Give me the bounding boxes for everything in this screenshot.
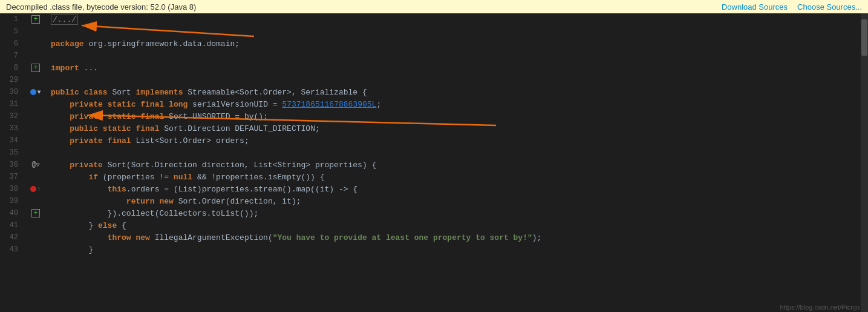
token: ...: [79, 64, 98, 73]
down-arrow-icon: ▽: [36, 161, 40, 168]
token: [51, 136, 70, 145]
token: private: [70, 136, 103, 145]
scrollbar[interactable]: [861, 13, 868, 312]
code-line: public class Sort implements Streamable<…: [51, 86, 861, 98]
token: IllegalArgumentException(: [150, 233, 273, 242]
code-line: return new Sort.Order(direction, it);: [51, 195, 861, 207]
token: import: [51, 64, 79, 73]
code-line: if (properties != null && !properties.is…: [51, 171, 861, 183]
token: serialVersionUID =: [188, 100, 282, 109]
token: new: [135, 233, 149, 242]
token: }: [51, 245, 93, 254]
line-number: 41: [0, 221, 23, 230]
token: && !properties.isEmpty()) {: [192, 173, 324, 182]
token: Sort.Direction DEFAULT_DIRECTION;: [159, 124, 319, 133]
execution-dot-icon: ▼: [30, 89, 41, 96]
code-line: public static final Sort.Direction DEFAU…: [51, 122, 861, 134]
token: [98, 124, 103, 133]
token: static: [108, 112, 136, 121]
gutter-row: 36@▽: [0, 159, 48, 171]
line-number: 32: [0, 112, 23, 121]
code-line: package org.springframework.data.domain;: [51, 38, 861, 50]
code-line: }: [51, 244, 861, 256]
token[interactable]: 5737186511678863905L: [282, 100, 376, 109]
code-line: private Sort(Sort.Direction direction, L…: [51, 159, 861, 171]
token: Streamable<Sort.Order>, Serializable {: [183, 88, 367, 97]
token: else: [98, 221, 117, 230]
gutter-row: 42: [0, 231, 48, 244]
token: final: [108, 136, 131, 145]
token: [79, 88, 84, 97]
gutter-row: 1+: [0, 13, 48, 25]
token: [135, 100, 140, 109]
token: [51, 161, 70, 170]
line-number: 40: [0, 209, 23, 217]
gutter: 1+5678+2930▼313233343536@▽3738↑3940+4142…: [0, 13, 48, 312]
fold-icon[interactable]: +: [31, 64, 39, 72]
token: static: [108, 100, 136, 109]
code-line: [51, 25, 861, 38]
line-number: 6: [0, 39, 23, 48]
gutter-icons: ▼: [23, 89, 48, 96]
token: Sort.Order(direction, it);: [174, 197, 301, 206]
code-container: 1+5678+2930▼313233343536@▽3738↑3940+4142…: [0, 13, 868, 312]
code-line: }).collect(Collectors.toList());: [51, 207, 861, 219]
gutter-row: 29: [0, 74, 48, 86]
fold-icon[interactable]: +: [31, 209, 39, 217]
gutter-row: 7: [0, 50, 48, 62]
token: );: [532, 233, 542, 242]
gutter-row: 43: [0, 244, 48, 256]
token: final: [135, 124, 159, 133]
gutter-row: 6: [0, 38, 48, 50]
gutter-row: 35: [0, 147, 48, 159]
line-number: 35: [0, 148, 23, 157]
token: }: [51, 221, 98, 230]
gutter-row: 32: [0, 110, 48, 122]
code-line: import ...: [51, 62, 861, 74]
code-line: private static final Sort UNSORTED = by(…: [51, 110, 861, 122]
code-line: private final List<Sort.Order> orders;: [51, 134, 861, 147]
line-number: 31: [0, 100, 23, 108]
token: private: [70, 161, 103, 170]
code-line: throw new IllegalArgumentException("You …: [51, 231, 861, 244]
fold-icon[interactable]: +: [31, 15, 39, 24]
choose-sources-link[interactable]: Choose Sources...: [797, 2, 862, 12]
gutter-row: 39: [0, 195, 48, 207]
token: if: [88, 173, 98, 182]
gutter-row: 37: [0, 171, 48, 183]
gutter-row: 40+: [0, 207, 48, 219]
code-line: } else {: [51, 219, 861, 231]
gutter-row: 41: [0, 219, 48, 231]
token: [51, 124, 70, 133]
gutter-row: 33: [0, 122, 48, 134]
token: [51, 185, 108, 194]
line-number: 30: [0, 88, 23, 96]
download-sources-link[interactable]: Download Sources: [722, 2, 788, 12]
token: static: [103, 124, 131, 133]
error-icon: ↑: [30, 186, 41, 193]
token: ;: [376, 100, 381, 109]
token: [131, 124, 136, 133]
token: Sort UNSORTED = by();: [164, 112, 268, 121]
gutter-row: 34: [0, 134, 48, 147]
token: {: [117, 221, 126, 230]
token: [135, 112, 140, 121]
gutter-row: 38↑: [0, 183, 48, 195]
code-lines: /.../ package org.springframework.data.d…: [48, 13, 861, 312]
token: [51, 100, 70, 109]
token: /.../: [51, 15, 78, 25]
token: final: [140, 112, 164, 121]
token: public: [51, 88, 79, 97]
scrollbar-thumb[interactable]: [861, 19, 867, 56]
token: private: [70, 100, 103, 109]
gutter-row: 8+: [0, 62, 48, 74]
token: implements: [135, 88, 183, 97]
token: null: [174, 173, 192, 182]
line-number: 7: [0, 51, 23, 60]
gutter-icons: ↑: [23, 186, 48, 193]
token: org.springframework.data.domain;: [84, 39, 240, 48]
token: [51, 173, 88, 182]
line-number: 1: [0, 15, 23, 24]
banner-text: Decompiled .class file, bytecode version…: [6, 2, 196, 12]
token: final: [140, 100, 164, 109]
